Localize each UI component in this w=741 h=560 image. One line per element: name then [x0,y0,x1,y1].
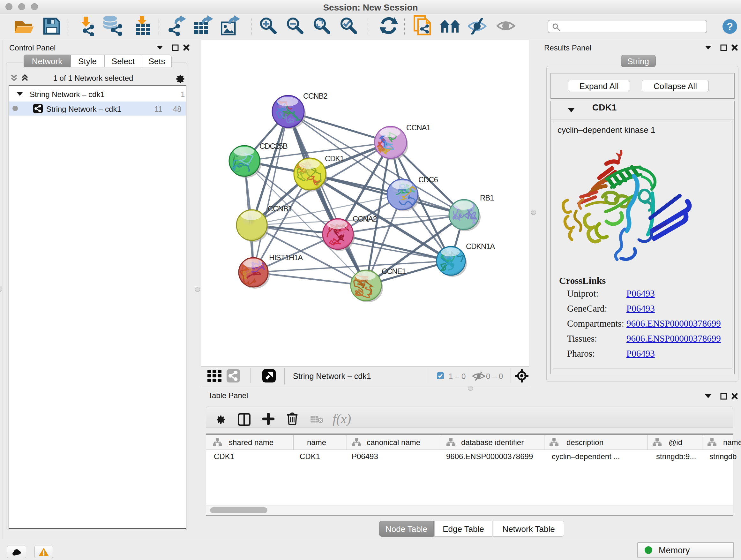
svg-text:CDC6: CDC6 [418,175,438,184]
svg-text:CCNA2: CCNA2 [353,214,377,223]
svg-text:CCNA1: CCNA1 [406,123,430,132]
svg-text:CCNB2: CCNB2 [303,91,327,100]
svg-text:CDC25B: CDC25B [259,142,287,150]
svg-text:CDK1: CDK1 [325,154,344,163]
svg-text:CDKN1A: CDKN1A [466,242,495,251]
svg-text:RB1: RB1 [480,193,494,202]
svg-text:CCNB1: CCNB1 [268,204,292,213]
svg-text:CCNE1: CCNE1 [382,267,406,275]
svg-text:HIST1H1A: HIST1H1A [269,253,303,262]
